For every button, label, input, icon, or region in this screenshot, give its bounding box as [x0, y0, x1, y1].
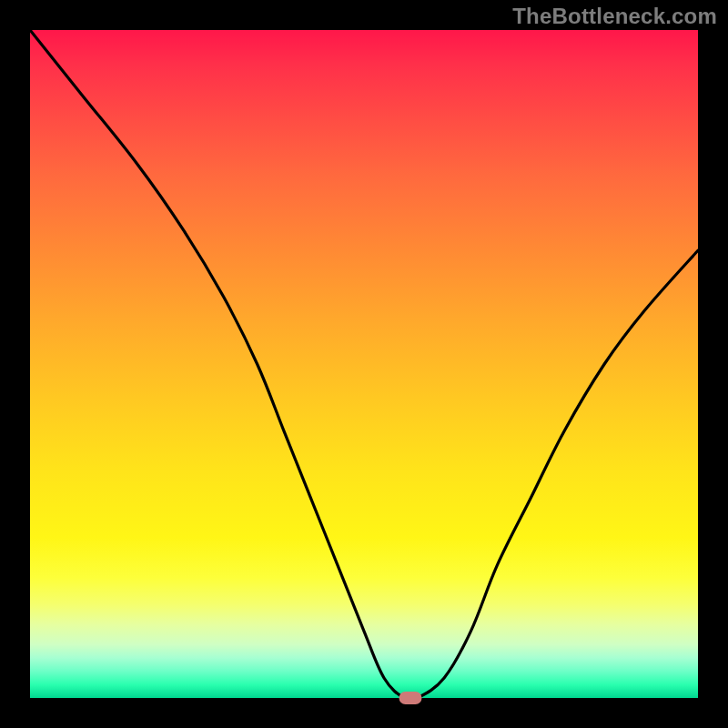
chart-frame: TheBottleneck.com — [0, 0, 728, 728]
optimal-point-marker — [399, 692, 422, 704]
bottleneck-curve — [30, 30, 698, 698]
plot-area — [30, 30, 698, 698]
watermark-text: TheBottleneck.com — [512, 4, 717, 29]
curve-layer — [30, 30, 698, 698]
